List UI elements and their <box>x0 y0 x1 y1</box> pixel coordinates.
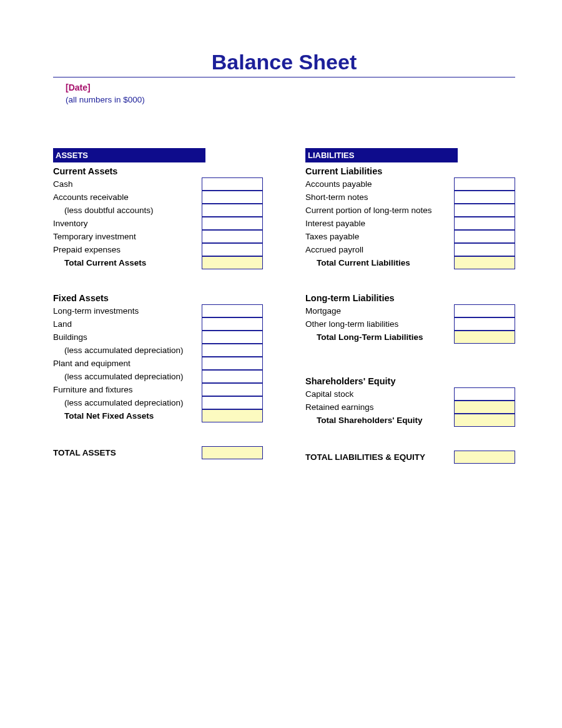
row-buildings-dep: (less accumulated depreciation) <box>53 344 263 357</box>
cell-doubtful[interactable] <box>202 204 263 217</box>
cell-total-liab-equity[interactable] <box>454 451 515 464</box>
label-plant-dep: (less accumulated depreciation) <box>53 370 202 383</box>
row-total-lt-liab: Total Long-Term Liabilities <box>305 331 515 344</box>
label-mortgage: Mortgage <box>305 304 454 317</box>
balance-sheet-page: Balance Sheet [Date] (all numbers in $00… <box>0 0 562 489</box>
current-assets-heading: Current Assets <box>53 166 263 176</box>
label-lti: Long-term investments <box>53 304 202 317</box>
row-taxes: Taxes payable <box>305 230 515 243</box>
row-doubtful: (less doubtful accounts) <box>53 204 263 217</box>
row-other-lt: Other long-term liabilities <box>305 317 515 331</box>
label-st-notes: Short-term notes <box>305 191 454 204</box>
label-total-fixed-assets: Total Net Fixed Assets <box>53 409 202 422</box>
fixed-assets-heading: Fixed Assets <box>53 293 263 303</box>
label-buildings-dep: (less accumulated depreciation) <box>53 344 202 357</box>
row-total-liab-equity: TOTAL LIABILITIES & EQUITY <box>305 451 515 464</box>
cell-prepaid[interactable] <box>202 243 263 256</box>
cell-inventory[interactable] <box>202 217 263 230</box>
cell-mortgage[interactable] <box>454 304 515 317</box>
cell-ap[interactable] <box>454 177 515 191</box>
lt-liab-heading: Long-term Liabilities <box>305 293 515 303</box>
current-liab-heading: Current Liabilities <box>305 166 515 176</box>
row-current-lt-notes: Current portion of long-term notes <box>305 204 515 217</box>
cell-buildings-dep[interactable] <box>202 344 263 357</box>
row-capital-stock: Capital stock <box>305 387 515 401</box>
cell-total-current-assets[interactable] <box>202 256 263 269</box>
row-furniture: Furniture and fixtures <box>53 383 263 396</box>
row-total-assets: TOTAL ASSETS <box>53 446 263 459</box>
cell-plant-dep[interactable] <box>202 370 263 383</box>
label-buildings: Buildings <box>53 331 202 344</box>
row-lti: Long-term investments <box>53 304 263 317</box>
label-current-lt-notes: Current portion of long-term notes <box>305 204 454 217</box>
row-retained: Retained earnings <box>305 401 515 414</box>
label-plant: Plant and equipment <box>53 357 202 370</box>
cell-ar[interactable] <box>202 191 263 204</box>
row-inventory: Inventory <box>53 217 263 230</box>
cell-retained[interactable] <box>454 401 515 414</box>
label-cash: Cash <box>53 177 202 191</box>
label-retained: Retained earnings <box>305 401 454 414</box>
label-temp-invest: Temporary investment <box>53 230 202 243</box>
liabilities-column: LIABILITIES Current Liabilities Accounts… <box>305 148 515 464</box>
label-furniture: Furniture and fixtures <box>53 383 202 396</box>
label-prepaid: Prepaid expenses <box>53 243 202 256</box>
label-doubtful: (less doubtful accounts) <box>53 204 202 217</box>
label-interest: Interest payable <box>305 217 454 230</box>
row-ap: Accounts payable <box>305 177 515 191</box>
cell-other-lt[interactable] <box>454 317 515 331</box>
label-ar: Accounts receivable <box>53 191 202 204</box>
row-plant: Plant and equipment <box>53 357 263 370</box>
cell-total-fixed-assets[interactable] <box>202 409 263 422</box>
row-plant-dep: (less accumulated depreciation) <box>53 370 263 383</box>
label-total-assets: TOTAL ASSETS <box>53 446 202 459</box>
row-total-current-liab: Total Current Liabilities <box>305 256 515 269</box>
label-capital-stock: Capital stock <box>305 387 454 401</box>
label-total-current-liab: Total Current Liabilities <box>305 256 454 269</box>
units-note: (all numbers in $000) <box>66 95 515 104</box>
cell-taxes[interactable] <box>454 230 515 243</box>
cell-furniture[interactable] <box>202 383 263 396</box>
assets-header: ASSETS <box>53 148 205 162</box>
row-interest: Interest payable <box>305 217 515 230</box>
row-mortgage: Mortgage <box>305 304 515 317</box>
label-total-liab-equity: TOTAL LIABILITIES & EQUITY <box>305 451 454 464</box>
date-placeholder: [Date] <box>66 82 515 92</box>
cell-st-notes[interactable] <box>454 191 515 204</box>
row-temp-invest: Temporary investment <box>53 230 263 243</box>
cell-total-current-liab[interactable] <box>454 256 515 269</box>
cell-buildings[interactable] <box>202 331 263 344</box>
cell-payroll[interactable] <box>454 243 515 256</box>
cell-interest[interactable] <box>454 217 515 230</box>
cell-plant[interactable] <box>202 357 263 370</box>
assets-column: ASSETS Current Assets Cash Accounts rece… <box>53 148 263 464</box>
label-other-lt: Other long-term liabilities <box>305 317 454 331</box>
cell-lti[interactable] <box>202 304 263 317</box>
row-payroll: Accrued payroll <box>305 243 515 256</box>
cell-cash[interactable] <box>202 177 263 191</box>
row-total-current-assets: Total Current Assets <box>53 256 263 269</box>
cell-capital-stock[interactable] <box>454 387 515 401</box>
meta-block: [Date] (all numbers in $000) <box>53 82 515 104</box>
label-furniture-dep: (less accumulated depreciation) <box>53 396 202 409</box>
row-cash: Cash <box>53 177 263 191</box>
cell-total-assets[interactable] <box>202 446 263 459</box>
row-buildings: Buildings <box>53 331 263 344</box>
row-total-equity: Total Shareholders' Equity <box>305 414 515 427</box>
row-land: Land <box>53 317 263 331</box>
equity-heading: Shareholders' Equity <box>305 376 515 386</box>
cell-land[interactable] <box>202 317 263 331</box>
cell-total-equity[interactable] <box>454 414 515 427</box>
row-total-fixed-assets: Total Net Fixed Assets <box>53 409 263 422</box>
cell-furniture-dep[interactable] <box>202 396 263 409</box>
label-total-lt-liab: Total Long-Term Liabilities <box>305 331 454 344</box>
label-total-equity: Total Shareholders' Equity <box>305 414 454 427</box>
cell-total-lt-liab[interactable] <box>454 331 515 344</box>
row-st-notes: Short-term notes <box>305 191 515 204</box>
label-taxes: Taxes payable <box>305 230 454 243</box>
content-grid: ASSETS Current Assets Cash Accounts rece… <box>53 148 515 464</box>
label-total-current-assets: Total Current Assets <box>53 256 202 269</box>
cell-temp-invest[interactable] <box>202 230 263 243</box>
row-prepaid: Prepaid expenses <box>53 243 263 256</box>
cell-current-lt-notes[interactable] <box>454 204 515 217</box>
